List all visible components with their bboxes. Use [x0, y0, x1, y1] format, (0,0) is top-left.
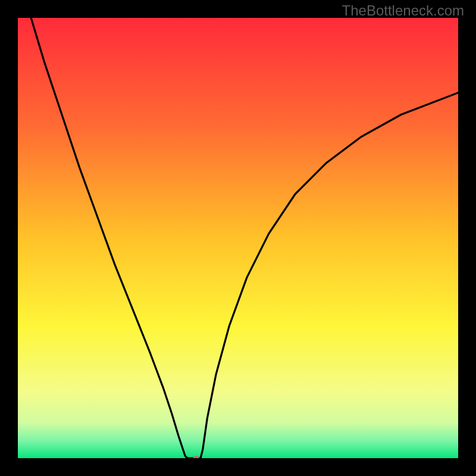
chart-plot-area — [18, 18, 458, 458]
gradient-background — [18, 18, 458, 458]
attribution-text: TheBottleneck.com — [342, 2, 464, 19]
chart-svg — [18, 18, 458, 458]
